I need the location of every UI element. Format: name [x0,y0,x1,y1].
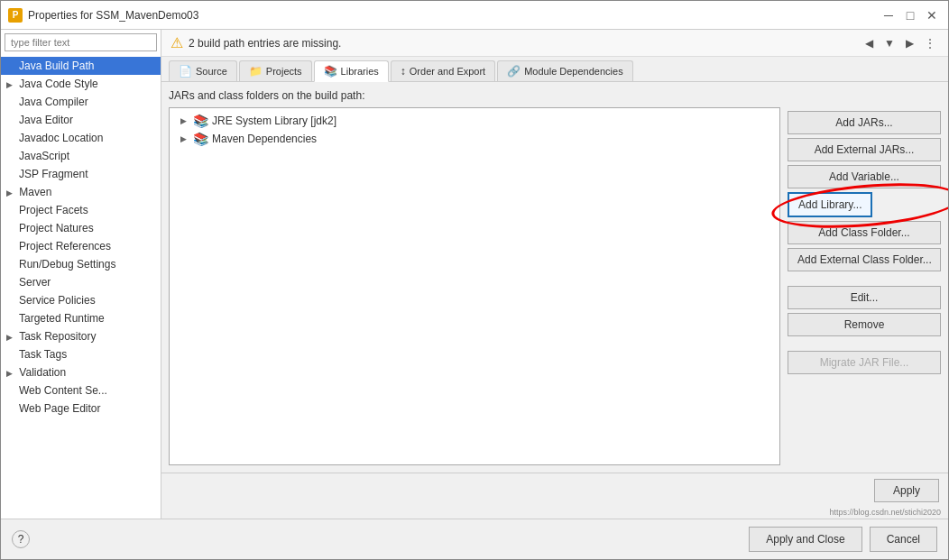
tab-projects-label: Projects [266,66,302,77]
tree-item-label: Maven Dependencies [212,133,317,145]
sidebar-list: Java Build Path ▶ Java Code Style Java C… [1,55,161,519]
apply-button[interactable]: Apply [874,479,939,502]
apply-bar: Apply [161,473,948,508]
sidebar: Java Build Path ▶ Java Code Style Java C… [1,30,161,519]
title-controls: ─ □ ✕ [880,6,941,24]
close-button[interactable]: ✕ [923,6,941,24]
apply-and-close-button[interactable]: Apply and Close [749,527,861,552]
main-content: Java Build Path ▶ Java Code Style Java C… [1,30,948,519]
sidebar-item-project-natures[interactable]: Project Natures [1,219,161,237]
sidebar-item-label: Javadoc Location [19,132,103,144]
build-path-panel: JARs and class folders on the build path… [169,89,780,465]
warning-text: 2 build path entries are missing. [189,37,341,50]
sidebar-item-javascript[interactable]: JavaScript [1,147,161,165]
nav-back-button[interactable]: ◀ [861,35,877,51]
sidebar-item-label: Task Repository [19,330,96,343]
library-icon: 📚 [193,114,208,128]
properties-window: P Properties for SSM_MavenDemo03 ─ □ ✕ J… [0,0,949,560]
nav-forward-button[interactable]: ▶ [902,35,917,51]
add-variable-button[interactable]: Add Variable... [788,165,941,188]
tabs-bar: 📄 Source 📁 Projects 📚 Libraries ↕ Order … [161,57,948,82]
libraries-tab-icon: 📚 [324,65,337,78]
tab-source[interactable]: 📄 Source [169,60,237,81]
minimize-button[interactable]: ─ [880,6,898,24]
library-icon: 📚 [193,132,208,146]
expand-arrow-icon: ▶ [6,333,13,342]
source-tab-icon: 📄 [179,65,192,78]
migrate-jar-file-button[interactable]: Migrate JAR File... [788,351,941,374]
sidebar-item-label: Maven [19,186,51,198]
expand-arrow-icon: ▶ [6,369,13,378]
add-library-wrapper: Add Library... [788,192,941,217]
warning-message: ⚠ 2 build path entries are missing. [170,34,341,51]
sidebar-item-maven[interactable]: ▶ Maven [1,183,161,201]
filter-input[interactable] [5,33,157,51]
tab-libraries-label: Libraries [341,66,379,77]
sidebar-item-task-tags[interactable]: Task Tags [1,345,161,363]
add-jars-button[interactable]: Add JARs... [788,111,941,134]
sidebar-item-label: Service Policies [19,294,96,307]
tree-item-jre[interactable]: ▶ 📚 JRE System Library [jdk2] [173,112,776,130]
sidebar-item-web-content-se[interactable]: Web Content Se... [1,381,161,399]
sidebar-item-java-code-style[interactable]: ▶ Java Code Style [1,75,161,93]
watermark: https://blog.csdn.net/stichi2020 [161,508,948,519]
module-dep-tab-icon: 🔗 [507,65,521,78]
sidebar-item-task-repository[interactable]: ▶ Task Repository [1,327,161,345]
window-icon: P [8,8,23,23]
action-buttons: Add JARs... Add External JARs... Add Var… [788,89,941,465]
tab-order-export-label: Order and Export [410,66,485,77]
tree-expand-icon: ▶ [180,116,189,125]
help-button[interactable]: ? [12,530,30,548]
sidebar-item-project-references[interactable]: Project References [1,237,161,255]
sidebar-item-label: Project Natures [19,222,94,234]
warning-icon: ⚠ [170,34,183,51]
title-bar: P Properties for SSM_MavenDemo03 ─ □ ✕ [1,1,948,30]
edit-button[interactable]: Edit... [788,286,941,309]
sidebar-item-server[interactable]: Server [1,273,161,291]
sidebar-item-web-page-editor[interactable]: Web Page Editor [1,399,161,418]
tab-module-dependencies[interactable]: 🔗 Module Dependencies [497,60,632,81]
sidebar-item-label: Run/Debug Settings [19,258,115,271]
tab-libraries[interactable]: 📚 Libraries [314,60,389,82]
add-library-button[interactable]: Add Library... [788,192,872,217]
sidebar-item-label: JSP Fragment [19,168,88,180]
nav-down-button[interactable]: ▼ [880,35,898,51]
projects-tab-icon: 📁 [249,65,263,78]
sidebar-item-service-policies[interactable]: Service Policies [1,291,161,309]
tab-source-label: Source [196,66,227,77]
sidebar-item-java-compiler[interactable]: Java Compiler [1,93,161,111]
tab-projects[interactable]: 📁 Projects [239,60,312,81]
sidebar-item-label: Web Page Editor [19,402,101,415]
title-bar-left: P Properties for SSM_MavenDemo03 [8,8,198,23]
cancel-button[interactable]: Cancel [870,527,937,552]
tree-expand-icon: ▶ [180,134,189,143]
sidebar-item-label: Targeted Runtime [19,312,105,325]
tree-item-maven[interactable]: ▶ 📚 Maven Dependencies [173,130,776,148]
add-external-jars-button[interactable]: Add External JARs... [788,138,941,161]
sidebar-item-run-debug-settings[interactable]: Run/Debug Settings [1,255,161,273]
expand-arrow-icon: ▶ [6,188,13,197]
sidebar-item-javadoc-location[interactable]: Javadoc Location [1,129,161,147]
add-external-class-folder-button[interactable]: Add External Class Folder... [788,248,941,271]
sidebar-item-label: Server [19,276,51,289]
sidebar-item-jsp-fragment[interactable]: JSP Fragment [1,165,161,183]
panel-label: JARs and class folders on the build path… [169,89,780,102]
sidebar-item-targeted-runtime[interactable]: Targeted Runtime [1,309,161,327]
content-area: JARs and class folders on the build path… [161,82,948,473]
tree-container[interactable]: ▶ 📚 JRE System Library [jdk2] ▶ 📚 Maven … [169,107,780,465]
nav-menu-button[interactable]: ⋮ [921,35,939,51]
sidebar-item-project-facets[interactable]: Project Facets [1,201,161,219]
remove-button[interactable]: Remove [788,313,941,336]
footer-buttons: Apply and Close Cancel [749,527,937,552]
tab-module-dep-label: Module Dependencies [524,66,622,77]
footer-bar: ? Apply and Close Cancel [1,519,948,559]
top-bar: ⚠ 2 build path entries are missing. ◀ ▼ … [161,30,948,57]
sidebar-item-validation[interactable]: ▶ Validation [1,363,161,381]
add-class-folder-button[interactable]: Add Class Folder... [788,221,941,244]
sidebar-item-label: Java Compiler [19,96,88,108]
tab-order-export[interactable]: ↕ Order and Export [391,60,495,81]
sidebar-item-java-editor[interactable]: Java Editor [1,111,161,129]
maximize-button[interactable]: □ [901,6,919,24]
sidebar-item-label: Java Build Path [19,60,94,72]
sidebar-item-java-build-path[interactable]: Java Build Path [1,57,161,75]
